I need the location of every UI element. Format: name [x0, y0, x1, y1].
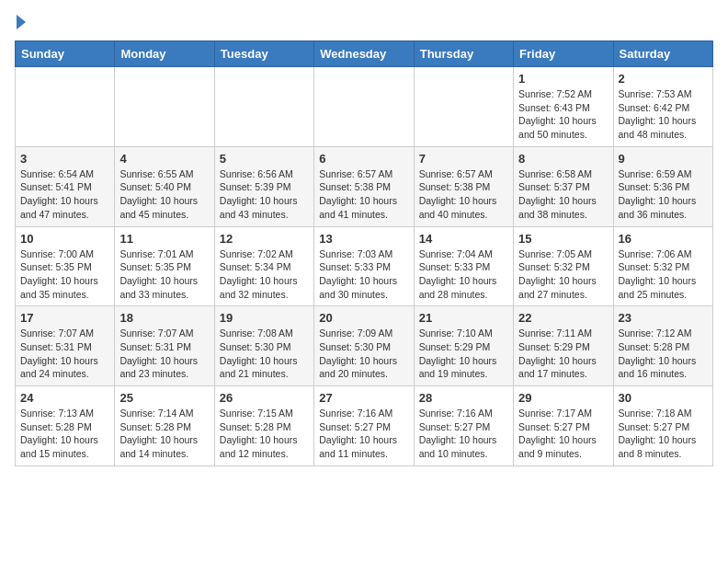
day-cell-23: 23Sunrise: 7:12 AMSunset: 5:28 PMDayligh…	[613, 306, 712, 386]
day-content: Sunrise: 7:13 AMSunset: 5:28 PMDaylight:…	[20, 407, 109, 461]
day-number: 8	[518, 152, 608, 166]
day-content: Sunrise: 7:17 AMSunset: 5:27 PMDaylight:…	[518, 407, 608, 461]
weekday-header-friday: Friday	[514, 41, 613, 67]
weekday-header-saturday: Saturday	[613, 41, 712, 67]
week-row-3: 10Sunrise: 7:00 AMSunset: 5:35 PMDayligh…	[16, 226, 713, 306]
day-number: 5	[220, 152, 309, 166]
day-cell-1: 1Sunrise: 7:52 AMSunset: 6:43 PMDaylight…	[514, 67, 613, 147]
weekday-header-row: SundayMondayTuesdayWednesdayThursdayFrid…	[16, 41, 713, 67]
day-content: Sunrise: 7:05 AMSunset: 5:32 PMDaylight:…	[518, 247, 608, 302]
day-number: 15	[518, 232, 608, 246]
day-content: Sunrise: 7:11 AMSunset: 5:29 PMDaylight:…	[518, 327, 608, 381]
day-cell-20: 20Sunrise: 7:09 AMSunset: 5:30 PMDayligh…	[314, 306, 414, 386]
day-cell-14: 14Sunrise: 7:04 AMSunset: 5:33 PMDayligh…	[414, 226, 513, 306]
day-number: 22	[518, 311, 608, 325]
day-cell-10: 10Sunrise: 7:00 AMSunset: 5:35 PMDayligh…	[16, 226, 115, 306]
empty-cell	[115, 67, 214, 147]
day-content: Sunrise: 7:02 AMSunset: 5:34 PMDaylight:…	[220, 247, 309, 302]
day-content: Sunrise: 7:16 AMSunset: 5:27 PMDaylight:…	[319, 407, 408, 461]
weekday-header-thursday: Thursday	[414, 41, 513, 67]
day-content: Sunrise: 7:15 AMSunset: 5:28 PMDaylight:…	[220, 407, 309, 461]
day-content: Sunrise: 6:58 AMSunset: 5:37 PMDaylight:…	[518, 167, 608, 222]
day-number: 30	[619, 391, 708, 405]
week-row-4: 17Sunrise: 7:07 AMSunset: 5:31 PMDayligh…	[16, 306, 713, 386]
day-number: 4	[119, 152, 209, 166]
day-cell-29: 29Sunrise: 7:17 AMSunset: 5:27 PMDayligh…	[514, 386, 613, 466]
day-cell-12: 12Sunrise: 7:02 AMSunset: 5:34 PMDayligh…	[214, 226, 313, 306]
day-content: Sunrise: 7:53 AMSunset: 6:42 PMDaylight:…	[619, 87, 708, 142]
day-number: 21	[419, 311, 508, 325]
day-number: 11	[119, 232, 209, 246]
day-cell-17: 17Sunrise: 7:07 AMSunset: 5:31 PMDayligh…	[16, 306, 115, 386]
day-content: Sunrise: 7:52 AMSunset: 6:43 PMDaylight:…	[518, 87, 608, 142]
day-number: 29	[518, 391, 608, 405]
calendar-table: SundayMondayTuesdayWednesdayThursdayFrid…	[15, 40, 713, 466]
day-content: Sunrise: 7:04 AMSunset: 5:33 PMDaylight:…	[419, 247, 508, 302]
weekday-header-wednesday: Wednesday	[314, 41, 414, 67]
day-number: 2	[619, 72, 708, 86]
day-content: Sunrise: 6:59 AMSunset: 5:36 PMDaylight:…	[619, 167, 708, 222]
day-content: Sunrise: 6:56 AMSunset: 5:39 PMDaylight:…	[220, 167, 309, 222]
empty-cell	[16, 67, 115, 147]
day-cell-3: 3Sunrise: 6:54 AMSunset: 5:41 PMDaylight…	[16, 146, 115, 226]
day-content: Sunrise: 7:14 AMSunset: 5:28 PMDaylight:…	[119, 407, 209, 461]
empty-cell	[414, 67, 513, 147]
day-cell-5: 5Sunrise: 6:56 AMSunset: 5:39 PMDaylight…	[214, 146, 313, 226]
logo-flag-icon	[17, 15, 26, 29]
day-cell-8: 8Sunrise: 6:58 AMSunset: 5:37 PMDaylight…	[514, 146, 613, 226]
day-content: Sunrise: 7:12 AMSunset: 5:28 PMDaylight:…	[619, 327, 708, 381]
day-content: Sunrise: 7:03 AMSunset: 5:33 PMDaylight:…	[319, 247, 408, 302]
day-cell-15: 15Sunrise: 7:05 AMSunset: 5:32 PMDayligh…	[514, 226, 613, 306]
day-number: 13	[319, 232, 408, 246]
weekday-header-tuesday: Tuesday	[214, 41, 313, 67]
day-number: 20	[319, 311, 408, 325]
weekday-header-sunday: Sunday	[16, 41, 115, 67]
week-row-1: 1Sunrise: 7:52 AMSunset: 6:43 PMDaylight…	[16, 67, 713, 147]
day-cell-2: 2Sunrise: 7:53 AMSunset: 6:42 PMDaylight…	[613, 67, 712, 147]
day-number: 10	[20, 232, 109, 246]
day-number: 3	[20, 152, 109, 166]
empty-cell	[214, 67, 313, 147]
day-content: Sunrise: 7:09 AMSunset: 5:30 PMDaylight:…	[319, 327, 408, 381]
logo	[15, 15, 26, 29]
day-cell-11: 11Sunrise: 7:01 AMSunset: 5:35 PMDayligh…	[115, 226, 214, 306]
day-cell-7: 7Sunrise: 6:57 AMSunset: 5:38 PMDaylight…	[414, 146, 513, 226]
week-row-5: 24Sunrise: 7:13 AMSunset: 5:28 PMDayligh…	[16, 386, 713, 466]
day-number: 23	[619, 311, 708, 325]
day-content: Sunrise: 7:06 AMSunset: 5:32 PMDaylight:…	[619, 247, 708, 302]
day-number: 16	[619, 232, 708, 246]
day-number: 24	[20, 391, 109, 405]
day-content: Sunrise: 7:16 AMSunset: 5:27 PMDaylight:…	[419, 407, 508, 461]
day-content: Sunrise: 7:07 AMSunset: 5:31 PMDaylight:…	[20, 327, 109, 381]
day-cell-25: 25Sunrise: 7:14 AMSunset: 5:28 PMDayligh…	[115, 386, 214, 466]
day-number: 19	[220, 311, 309, 325]
day-cell-21: 21Sunrise: 7:10 AMSunset: 5:29 PMDayligh…	[414, 306, 513, 386]
day-cell-30: 30Sunrise: 7:18 AMSunset: 5:27 PMDayligh…	[613, 386, 712, 466]
day-number: 1	[518, 72, 608, 86]
day-cell-13: 13Sunrise: 7:03 AMSunset: 5:33 PMDayligh…	[314, 226, 414, 306]
day-content: Sunrise: 6:55 AMSunset: 5:40 PMDaylight:…	[119, 167, 209, 222]
day-number: 25	[119, 391, 209, 405]
day-cell-19: 19Sunrise: 7:08 AMSunset: 5:30 PMDayligh…	[214, 306, 313, 386]
day-content: Sunrise: 6:57 AMSunset: 5:38 PMDaylight:…	[319, 167, 408, 222]
page-header	[15, 15, 713, 29]
day-number: 7	[419, 152, 508, 166]
day-cell-27: 27Sunrise: 7:16 AMSunset: 5:27 PMDayligh…	[314, 386, 414, 466]
day-number: 9	[619, 152, 708, 166]
day-number: 12	[220, 232, 309, 246]
day-number: 6	[319, 152, 408, 166]
day-cell-24: 24Sunrise: 7:13 AMSunset: 5:28 PMDayligh…	[16, 386, 115, 466]
day-cell-4: 4Sunrise: 6:55 AMSunset: 5:40 PMDaylight…	[115, 146, 214, 226]
day-number: 26	[220, 391, 309, 405]
day-number: 14	[419, 232, 508, 246]
day-number: 28	[419, 391, 508, 405]
day-number: 17	[20, 311, 109, 325]
week-row-2: 3Sunrise: 6:54 AMSunset: 5:41 PMDaylight…	[16, 146, 713, 226]
day-cell-18: 18Sunrise: 7:07 AMSunset: 5:31 PMDayligh…	[115, 306, 214, 386]
day-content: Sunrise: 7:08 AMSunset: 5:30 PMDaylight:…	[220, 327, 309, 381]
day-content: Sunrise: 7:10 AMSunset: 5:29 PMDaylight:…	[419, 327, 508, 381]
weekday-header-monday: Monday	[115, 41, 214, 67]
day-content: Sunrise: 7:07 AMSunset: 5:31 PMDaylight:…	[119, 327, 209, 381]
day-content: Sunrise: 7:00 AMSunset: 5:35 PMDaylight:…	[20, 247, 109, 302]
day-number: 18	[119, 311, 209, 325]
